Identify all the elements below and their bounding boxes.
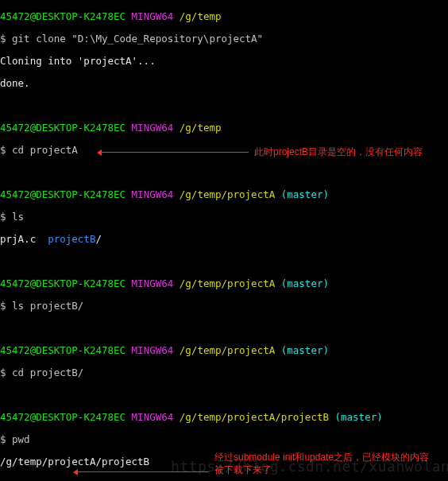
- output-line: prjA.c projectB/: [0, 234, 448, 245]
- prompt-sys: MINGW64: [132, 10, 174, 22]
- branch-label: (master): [281, 188, 329, 200]
- prompt-path: /g/temp: [180, 10, 222, 22]
- blank-line: [0, 390, 448, 401]
- blank-line: [0, 167, 448, 178]
- prompt-hostname: DESKTOP-K2478EC: [36, 10, 126, 22]
- annotation-arrow-icon: [102, 152, 249, 153]
- blank-line: [0, 323, 448, 334]
- output-line: done.: [0, 78, 448, 89]
- prompt-user: 45472: [0, 10, 30, 22]
- watermark-text: https://blog.csdn.net/xuanwolanxue: [171, 461, 448, 472]
- directory-name: projectB: [48, 233, 95, 245]
- command-line: $ cd projectB/: [0, 367, 448, 378]
- command-line: $ pwd: [0, 434, 448, 445]
- annotation-text: 此时projectB目录是空的，没有任何内容: [254, 146, 423, 157]
- prompt-line: 45472@DESKTOP-K2478EC MINGW64 /g/temp/pr…: [0, 345, 448, 356]
- prompt-line: 45472@DESKTOP-K2478EC MINGW64 /g/temp: [0, 122, 448, 134]
- command-line: $ git clone "D:\My_Code_Repository\proje…: [0, 33, 448, 45]
- blank-line: [0, 256, 448, 267]
- blank-line: [0, 100, 448, 111]
- command-line: $ ls projectB/: [0, 301, 448, 312]
- command-line: $ ls: [0, 211, 448, 223]
- prompt-line: 45472@DESKTOP-K2478EC MINGW64 /g/temp/pr…: [0, 278, 448, 289]
- prompt-line: 45472@DESKTOP-K2478EC MINGW64 /g/temp/pr…: [0, 412, 448, 423]
- prompt-line: 45472@DESKTOP-K2478EC MINGW64 /g/temp/pr…: [0, 189, 448, 200]
- output-line: Cloning into 'projectA'...: [0, 56, 448, 67]
- terminal-output[interactable]: 45472@DESKTOP-K2478EC MINGW64 /g/temp $ …: [0, 0, 448, 481]
- prompt-line: 45472@DESKTOP-K2478EC MINGW64 /g/temp: [0, 11, 448, 22]
